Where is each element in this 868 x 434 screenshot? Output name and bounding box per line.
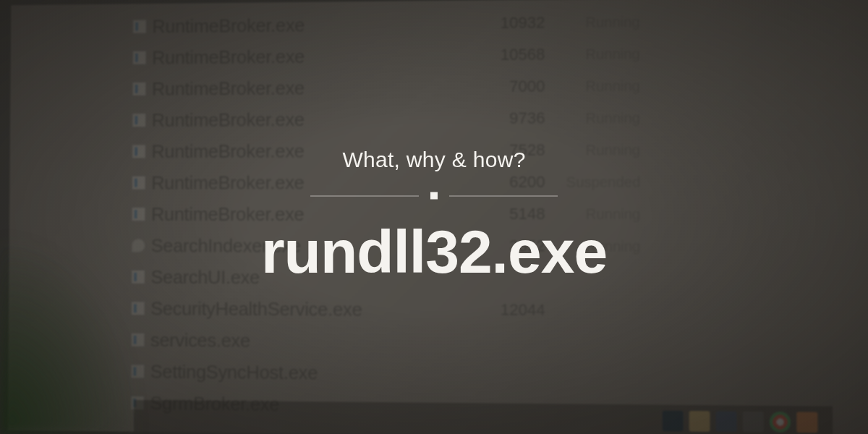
decorative-divider xyxy=(145,192,723,200)
divider-square-icon xyxy=(430,192,438,200)
hero-subtitle: What, why & how? xyxy=(145,148,723,172)
hero-main-title: rundll32.exe xyxy=(145,217,723,287)
divider-line-left xyxy=(310,195,419,196)
hero-title-block: What, why & how? rundll32.exe xyxy=(145,148,723,287)
divider-line-right xyxy=(449,195,558,196)
plant-foreground xyxy=(0,231,145,434)
